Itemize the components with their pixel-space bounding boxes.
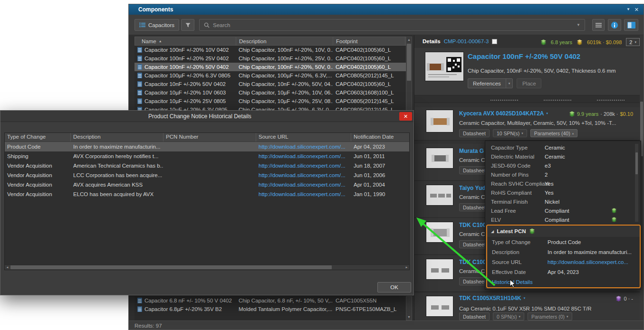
datasheet-button[interactable]: Datasheet xyxy=(459,129,490,137)
scroll-right-icon[interactable]: ► xyxy=(404,265,409,270)
source-url-link[interactable]: http://download.siliconexpert.com/... xyxy=(256,144,351,150)
source-url-link[interactable]: http://download.siliconexpert.com/... xyxy=(256,172,351,178)
pcn-history-row-selected[interactable]: Product Code In order to maximize manufa… xyxy=(5,142,409,151)
supply-icon xyxy=(577,39,583,45)
panel-options-button[interactable] xyxy=(592,19,605,31)
chevron-down-icon[interactable]: ▾ xyxy=(506,79,513,88)
popup-scrollbar[interactable] xyxy=(635,144,638,222)
part-number-link[interactable]: Taiyo Yud xyxy=(459,185,488,191)
datasheet-button[interactable]: Datasheet xyxy=(459,312,490,321)
table-row[interactable]: Capacitor 10µF +/-20% 10V 0603 Chip Capa… xyxy=(135,88,412,97)
manufacturer-card-kyocera: Kyocera AVX 04025D104KAT2A▾ 9.9 years · … xyxy=(414,107,640,141)
part-number-link[interactable]: TDK C100 xyxy=(459,222,488,228)
component-id-checkbox[interactable] xyxy=(492,39,497,44)
chevron-down-icon: ▾ xyxy=(524,296,526,300)
category-dropdown-button[interactable]: Capacitors xyxy=(135,19,179,31)
component-photo xyxy=(425,52,464,81)
details-buttons: References▾ Place xyxy=(468,78,541,88)
dialog-close-button[interactable]: ✕ xyxy=(399,112,412,121)
parameters-dropdown-button[interactable]: Parameters (40)▴ xyxy=(530,129,577,137)
info-button[interactable] xyxy=(608,19,621,31)
part-number-link[interactable]: TDK C100 xyxy=(459,259,488,265)
pcn-row: Source URLhttp://download.siliconexpert.… xyxy=(487,257,640,267)
column-header-name[interactable]: Name▲ xyxy=(135,37,236,45)
chevron-down-icon: ▾ xyxy=(519,315,520,319)
scrollbar-thumb[interactable] xyxy=(635,152,638,174)
table-row[interactable]: Capacitor 100nF +/-20% 10V 0402 Chip Cap… xyxy=(135,46,412,54)
filter-button[interactable] xyxy=(181,19,194,31)
search-input[interactable]: Search ▼ xyxy=(199,19,585,31)
scrollbar-thumb[interactable] xyxy=(407,44,411,81)
pcn-history-row[interactable]: Shipping AVX Corporation hereby notifies… xyxy=(5,151,409,161)
grid-scrollbar[interactable]: ▲ xyxy=(406,37,412,111)
part-buttons: Datasheet 0 SPN(s)▾ Parameters (0)▾ xyxy=(459,312,572,321)
parameter-row: JESD-609 Codee3 xyxy=(485,161,633,170)
place-button[interactable]: Place xyxy=(517,78,541,88)
source-url-link[interactable]: http://download.siliconexpert.com/... xyxy=(256,191,351,197)
component-list-bottom: Capacitor 6.8 nF +/- 10% 50 V 0402 Chip … xyxy=(135,296,412,321)
parameter-row: Number of Pins2 xyxy=(485,170,633,179)
component-title: Capacitor 100nF +/-20% 50V 0402 xyxy=(468,52,580,60)
table-row[interactable]: Capacitor 6.8µF +/-20% 35V B2 Molded Tan… xyxy=(135,305,412,313)
pcn-history-table: Type of Change Description PCN Number So… xyxy=(4,132,410,270)
part-image xyxy=(426,259,453,280)
component-icon xyxy=(137,298,142,303)
source-url-link[interactable]: http://download.siliconexpert.com/... xyxy=(256,182,351,188)
part-number-link[interactable]: TDK C1005X5R1H104K▾ xyxy=(459,295,525,302)
source-url-link[interactable]: http://download.siliconexpert.com/... xyxy=(256,153,351,159)
table-row-selected[interactable]: Capacitor 100nF +/-20% 50V 0402 Chip Cap… xyxy=(135,63,412,71)
chevron-down-icon: ▾ xyxy=(567,315,568,319)
info-icon xyxy=(611,21,618,29)
search-dropdown-icon[interactable]: ▼ xyxy=(577,23,580,27)
component-icon xyxy=(137,98,142,104)
panel-title: Components xyxy=(138,6,173,13)
table-row[interactable]: Capacitor 10µF +/-20% 25V 0805 Chip Capa… xyxy=(135,97,412,105)
scroll-up-icon[interactable]: ▲ xyxy=(406,37,412,43)
column-header[interactable]: Description xyxy=(71,133,163,141)
pcn-section-header[interactable]: ◢ Latest PCN xyxy=(487,226,640,237)
part-number-link[interactable]: Murata G xyxy=(459,148,488,154)
panel-close-icon[interactable]: ✕ xyxy=(634,4,639,15)
scrollbar-thumb[interactable] xyxy=(10,265,332,269)
source-url-link[interactable]: http://download.siliconexpert.com/... xyxy=(256,163,351,169)
parameters-dropdown-button[interactable]: Parameters (0)▾ xyxy=(528,312,572,321)
column-header[interactable]: PCN Number xyxy=(163,133,256,141)
references-button[interactable]: References▾ xyxy=(468,78,513,88)
column-header[interactable]: Source URL xyxy=(256,133,351,141)
pcn-history-row[interactable]: Vendor Acquisition LCC Corporation has b… xyxy=(5,170,409,180)
part-number-link[interactable]: Kyocera AVX 04025D104KAT2A▾ xyxy=(459,110,548,117)
horizontal-scrollbar[interactable]: ◄ ► xyxy=(5,264,409,270)
part-description: Ceramic Capacitor, Multilayer, Ceramic, … xyxy=(459,120,641,126)
variants-dropdown[interactable]: 2▾ xyxy=(626,38,640,46)
spn-dropdown-button[interactable]: 0 SPN(s)▾ xyxy=(493,312,524,321)
column-header[interactable]: Notification Date xyxy=(351,133,409,141)
part-image xyxy=(426,148,453,169)
component-icon xyxy=(137,81,142,87)
historical-details-link[interactable]: Historical Details xyxy=(487,279,548,285)
pcn-history-row[interactable]: Vendor Acquisition American Technical Ce… xyxy=(5,161,409,170)
scroll-down-icon[interactable]: ▼ xyxy=(406,314,412,320)
collapse-icon[interactable]: ◢ xyxy=(491,229,494,234)
component-id[interactable]: CMP-001-00067-3 xyxy=(444,38,489,44)
panel-menu-icon[interactable]: ▼ xyxy=(626,4,630,15)
category-label: Capacitors xyxy=(148,22,174,28)
ok-button[interactable]: OK xyxy=(377,282,411,292)
toolbar: Capacitors Search ▼ xyxy=(129,15,644,35)
filter-icon xyxy=(185,23,191,28)
panels-button[interactable] xyxy=(624,19,638,31)
component-list: Capacitor 100nF +/-20% 10V 0402 Chip Cap… xyxy=(135,46,412,111)
scroll-left-icon[interactable]: ◄ xyxy=(5,265,10,270)
pcn-history-row[interactable]: Vendor Acquisition AVX acquires American… xyxy=(5,180,409,189)
column-header-footprint[interactable]: Footprint xyxy=(333,37,405,45)
spn-dropdown-button[interactable]: 10 SPN(s)▾ xyxy=(493,129,527,137)
component-icon xyxy=(137,64,142,70)
column-header-description[interactable]: Description xyxy=(236,37,333,45)
grid-scrollbar-bottom[interactable]: ▼ xyxy=(406,296,412,321)
column-header[interactable]: Type of Change xyxy=(5,133,71,141)
table-row[interactable]: Capacitor 100nF +/-20% 25V 0402 Chip Cap… xyxy=(135,54,412,63)
pcn-source-url-link[interactable]: http://download.siliconexpert.co... xyxy=(548,259,636,265)
pcn-history-row[interactable]: Vendor Acquisition ELCO has been acquire… xyxy=(5,189,409,199)
table-row[interactable]: Capacitor 10nF +/-20% 50V 0402 Chip Capa… xyxy=(135,80,412,88)
table-row[interactable]: Capacitor 100µF +/-20% 6.3V 0805 Chip Ca… xyxy=(135,71,412,80)
table-row[interactable]: Capacitor 6.8 nF +/- 10% 50 V 0402 Chip … xyxy=(135,296,412,305)
